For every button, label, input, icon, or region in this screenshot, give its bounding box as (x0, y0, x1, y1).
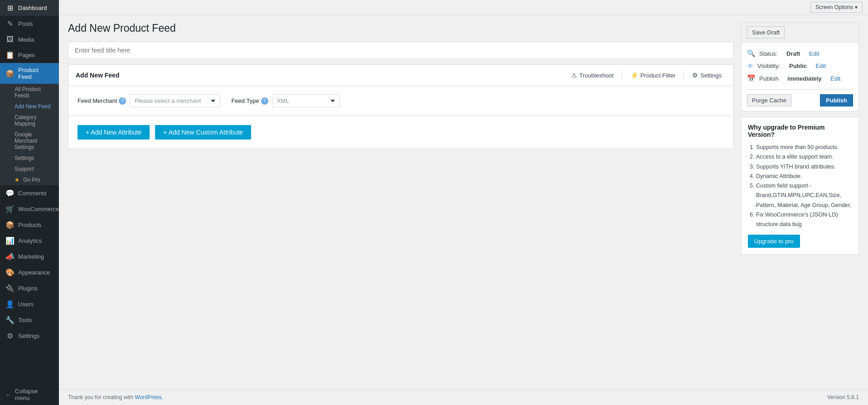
sidebar-item-pages[interactable]: 📋 Pages (0, 47, 59, 63)
product-filter-button[interactable]: ⚡ Product Filter (626, 69, 680, 81)
sidebar-item-label: Product Feed (18, 67, 53, 80)
appearance-icon: 🎨 (5, 268, 15, 277)
media-icon: 🖼 (5, 35, 15, 43)
sidebar-item-support[interactable]: Support (0, 164, 59, 174)
sidebar-item-settings[interactable]: ⚙ Settings (0, 328, 59, 344)
submenu-label: Category Mapping (15, 114, 53, 127)
visibility-edit-link[interactable]: Edit (816, 63, 826, 69)
visibility-label: Visibility: (757, 63, 780, 69)
sidebar-item-products[interactable]: 📦 Products (0, 217, 59, 233)
sidebar-item-users[interactable]: 👤 Users (0, 296, 59, 312)
sidebar-item-settings-sub[interactable]: Settings (0, 153, 59, 164)
sidebar-item-go-pro[interactable]: ★ Go Pro (0, 174, 59, 185)
publish-box-header: Save Draft (742, 23, 858, 43)
feed-panel-header: Add New Feed ⚠ Troubleshoot ⚡ Product Fi… (68, 65, 733, 86)
main-column: Add New Product Feed Add New Feed ⚠ Trou… (68, 22, 734, 382)
sidebar-item-label: Pages (18, 52, 35, 58)
add-new-custom-attribute-button[interactable]: + Add New Custom Attribute (155, 125, 251, 140)
status-edit-link[interactable]: Edit (809, 50, 819, 57)
publish-btn-label: Publish (826, 97, 847, 104)
sidebar-item-marketing[interactable]: 📣 Marketing (0, 249, 59, 265)
visibility-row: 👁 Visibility: Public Edit (747, 60, 853, 72)
feed-config-row: Feed Merchant ? Please select a merchant… (68, 86, 733, 116)
merchant-help-icon[interactable]: ? (119, 97, 126, 105)
collapse-menu[interactable]: ← Collapse menu (0, 384, 59, 405)
warning-icon: ⚠ (571, 72, 577, 79)
filter-icon: ⚡ (630, 72, 638, 79)
status-row: 🔍 Status: Draft Edit (747, 47, 853, 60)
footer-text: Thank you for creating with WordPress. (68, 394, 163, 400)
visibility-icon: 👁 (747, 62, 754, 70)
gear-icon: ⚙ (692, 72, 698, 79)
calendar-icon: 📅 (747, 74, 756, 82)
sidebar-item-category-mapping[interactable]: Category Mapping (0, 112, 59, 129)
premium-box: Why upgrade to Premium Version? Supports… (741, 117, 859, 255)
sidebar-item-label: Media (18, 36, 34, 43)
submenu-label: Go Pro (23, 177, 40, 183)
purge-cache-button[interactable]: Purge Cache (747, 94, 791, 106)
upgrade-label: Upgrade to pro (754, 238, 794, 245)
sidebar-item-all-product-feeds[interactable]: All Product Feeds (0, 84, 59, 101)
add-custom-attribute-label: + Add New Custom Attribute (163, 129, 242, 136)
sidebar-item-plugins[interactable]: 🔌 Plugins (0, 280, 59, 296)
feed-title-input[interactable] (68, 42, 734, 59)
save-draft-button[interactable]: Save Draft (747, 26, 785, 39)
feed-panel: Add New Feed ⚠ Troubleshoot ⚡ Product Fi… (68, 64, 734, 149)
wordpress-link[interactable]: WordPress (135, 394, 161, 400)
sidebar-item-label: Tools (18, 317, 32, 323)
publish-value: immediately (787, 75, 821, 82)
feed-type-field-group: Feed Type ? XML (231, 94, 339, 107)
publish-buttons-row: Purge Cache Publish (747, 89, 853, 106)
tools-icon: 🔧 (5, 316, 15, 324)
screen-options-button[interactable]: Screen Options ▾ (810, 2, 863, 13)
product-feed-submenu: All Product Feeds Add New Feed Category … (0, 84, 59, 185)
publish-box: Save Draft 🔍 Status: Draft Edit 👁 Visibi… (741, 22, 859, 111)
sidebar-item-comments[interactable]: 💬 Comments (0, 185, 59, 201)
attribute-buttons-row: + Add New Attribute + Add New Custom Att… (68, 116, 733, 149)
feed-type-select[interactable]: XML (272, 94, 340, 107)
publish-box-body: 🔍 Status: Draft Edit 👁 Visibility: Publi… (742, 43, 858, 111)
sidebar-item-label: Dashboard (18, 5, 47, 11)
purge-cache-label: Purge Cache (752, 97, 786, 104)
sidebar-item-add-new-feed[interactable]: Add New Feed (0, 101, 59, 112)
sidebar-item-appearance[interactable]: 🎨 Appearance (0, 265, 59, 280)
status-icon: 🔍 (747, 49, 756, 58)
feed-type-label: Feed Type ? (231, 97, 268, 105)
sidebar-item-media[interactable]: 🖼 Media (0, 32, 59, 47)
feed-type-help-icon[interactable]: ? (261, 97, 268, 105)
premium-item-2: Access to a elite support team. (756, 152, 852, 162)
panel-divider (622, 71, 622, 80)
merchant-select[interactable]: Please select a merchant (130, 94, 220, 107)
sidebar-item-analytics[interactable]: 📊 Analytics (0, 233, 59, 249)
visibility-value: Public (789, 63, 807, 69)
merchant-field-group: Feed Merchant ? Please select a merchant (78, 94, 220, 107)
submenu-label: All Product Feeds (15, 86, 53, 99)
comments-icon: 💬 (5, 189, 15, 198)
sidebar-item-posts[interactable]: ✎ Posts (0, 16, 59, 32)
sidebar-item-product-feed[interactable]: 📦 Product Feed (0, 63, 59, 84)
sidebar-item-label: Plugins (18, 285, 38, 292)
sidebar-item-google-merchant-settings[interactable]: Google Merchant Settings (0, 129, 59, 153)
troubleshoot-button[interactable]: ⚠ Troubleshoot (567, 69, 618, 81)
status-value: Draft (786, 50, 800, 57)
content-wrapper: Add New Product Feed Add New Feed ⚠ Trou… (59, 15, 868, 389)
collapse-icon: ← (5, 391, 11, 398)
settings-button[interactable]: ⚙ Settings (688, 69, 726, 81)
sidebar-item-dashboard[interactable]: ⊞ Dashboard (0, 0, 59, 16)
posts-icon: ✎ (5, 19, 15, 28)
publish-edit-link[interactable]: Edit (830, 75, 840, 82)
product-feed-icon: 📦 (5, 69, 15, 78)
pages-icon: 📋 (5, 51, 15, 59)
sidebar-item-label: Marketing (18, 253, 44, 260)
sidebar-item-tools[interactable]: 🔧 Tools (0, 312, 59, 328)
sidebar-item-woocommerce[interactable]: 🛒 WooCommerce (0, 201, 59, 217)
publish-button[interactable]: Publish (820, 94, 853, 106)
upgrade-to-pro-button[interactable]: Upgrade to pro (748, 235, 800, 248)
product-filter-label: Product Filter (640, 72, 675, 79)
submenu-label: Google Merchant Settings (15, 131, 53, 150)
collapse-label: Collapse menu (15, 388, 53, 401)
sidebar-item-label: Posts (18, 20, 33, 27)
chevron-down-icon: ▾ (855, 4, 858, 10)
add-new-attribute-button[interactable]: + Add New Attribute (78, 125, 150, 140)
submenu-label: Settings (15, 155, 34, 161)
